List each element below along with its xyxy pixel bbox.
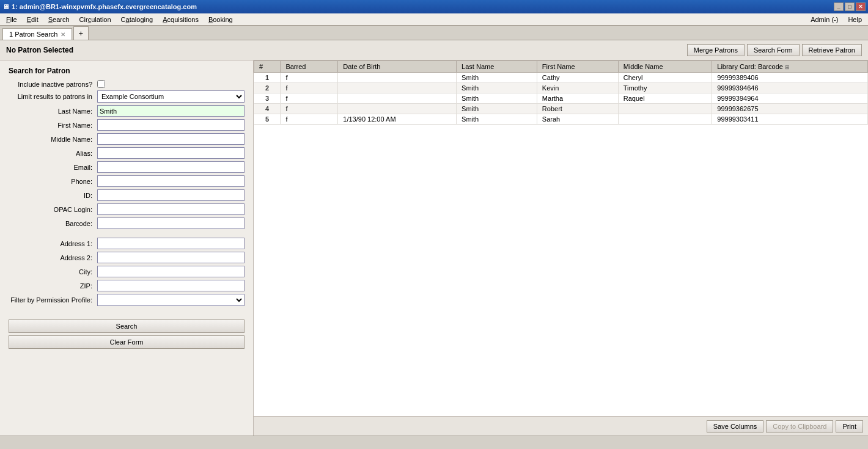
cell-last_name: Smith [457,93,537,104]
zip-input[interactable] [97,280,245,291]
menu-help[interactable]: Help [843,15,867,24]
cell-last_name: Smith [457,83,537,93]
col-header-last-name[interactable]: Last Name [457,61,537,73]
cell-num: 2 [254,83,281,93]
tab-add-button[interactable]: + [73,26,89,40]
opac-login-label: OPAC Login: [9,206,97,213]
limit-results-select[interactable]: Example Consortium [97,90,245,103]
copy-to-clipboard-button[interactable]: Copy to Clipboard [766,420,833,433]
address1-input[interactable] [97,238,245,249]
title-text: 1: admin@BR1-winxpvmfx.phasefx.evergreen… [12,3,197,10]
phone-label: Phone: [9,178,97,185]
menu-admin[interactable]: Admin (-) [806,15,843,24]
email-input[interactable] [97,161,245,173]
col-header-library-card[interactable]: Library Card: Barcode ⊞ [712,61,868,73]
results-panel: # Barred Date of Birth Last Name First N… [254,60,868,436]
phone-row: Phone: [9,175,245,187]
tab-close-icon[interactable]: ✕ [61,31,65,38]
menu-cataloging[interactable]: Cataloging [116,15,158,24]
close-button[interactable]: ✕ [856,2,866,11]
cell-library_card: 99999389406 [712,73,868,83]
main-area: No Patron Selected Merge Patrons Search … [0,40,868,436]
menu-file[interactable]: File [1,15,22,24]
tab-bar: 1 Patron Search ✕ + [0,26,868,40]
clear-form-button[interactable]: Clear Form [9,335,245,349]
last-name-input[interactable] [97,105,245,117]
cell-barred: f [281,73,338,83]
search-panel: Search for Patron Include inactive patro… [0,60,254,436]
first-name-input[interactable] [97,119,245,131]
cell-last_name: Smith [457,114,537,125]
city-input[interactable] [97,266,245,277]
cell-last_name: Smith [457,73,537,83]
cell-dob [338,93,457,104]
cell-barred: f [281,93,338,104]
include-inactive-row: Include inactive patrons? [9,80,245,88]
save-columns-button[interactable]: Save Columns [707,420,764,433]
header-buttons: Merge Patrons Search Form Retrieve Patro… [687,44,862,56]
cell-library_card: 99999362675 [712,104,868,114]
retrieve-patron-button[interactable]: Retrieve Patron [802,44,862,56]
address2-input[interactable] [97,252,245,263]
table-row[interactable]: 1fSmithCathyCheryl99999389406 [254,73,868,83]
email-label: Email: [9,164,97,171]
search-button[interactable]: Search [9,319,245,333]
city-row: City: [9,266,245,277]
search-form-button[interactable]: Search Form [747,44,800,56]
limit-results-label: Limit results to patrons in [9,93,97,100]
id-label: ID: [9,192,97,199]
results-table-area[interactable]: # Barred Date of Birth Last Name First N… [254,60,868,416]
address2-row: Address 2: [9,252,245,263]
table-row[interactable]: 4fSmithRobert99999362675 [254,104,868,114]
cell-barred: f [281,104,338,114]
email-row: Email: [9,161,245,173]
print-button[interactable]: Print [836,420,863,433]
merge-patrons-button[interactable]: Merge Patrons [687,44,745,56]
tab-patron-search[interactable]: 1 Patron Search ✕ [2,28,72,40]
title-bar-title: 🖥 1: admin@BR1-winxpvmfx.phasefx.evergre… [2,3,197,10]
permission-profile-select[interactable] [97,294,245,306]
cell-library_card: 99999394646 [712,83,868,93]
zip-row: ZIP: [9,280,245,291]
include-inactive-checkbox[interactable] [97,80,105,88]
barcode-row: Barcode: [9,217,245,229]
col-header-barred[interactable]: Barred [281,61,338,73]
opac-login-input[interactable] [97,203,245,215]
table-row[interactable]: 3fSmithMarthaRaquel99999394964 [254,93,868,104]
col-header-first-name[interactable]: First Name [537,61,618,73]
alias-label: Alias: [9,150,97,157]
app-icon: 🖥 [2,3,9,10]
table-row[interactable]: 5f1/13/90 12:00 AMSmithSarah99999303411 [254,114,868,125]
menu-edit[interactable]: Edit [22,15,43,24]
menu-booking[interactable]: Booking [204,15,238,24]
alias-input[interactable] [97,147,245,159]
cell-num: 4 [254,104,281,114]
middle-name-label: Middle Name: [9,136,97,143]
cell-barred: f [281,83,338,93]
phone-input[interactable] [97,175,245,187]
middle-name-row: Middle Name: [9,133,245,145]
content-area: Search for Patron Include inactive patro… [0,60,868,436]
table-row[interactable]: 2fSmithKevinTimothy99999394646 [254,83,868,93]
menu-circulation[interactable]: Circulation [75,15,116,24]
col-header-num[interactable]: # [254,61,281,73]
menu-acquisitions[interactable]: Acquisitions [158,15,204,24]
cell-num: 3 [254,93,281,104]
cell-middle_name: Cheryl [618,73,712,83]
cell-library_card: 99999394964 [712,93,868,104]
maximize-button[interactable]: □ [845,2,855,11]
address2-label: Address 2: [9,254,97,261]
tab-label: 1 Patron Search [9,31,58,38]
menu-search[interactable]: Search [43,15,75,24]
middle-name-input[interactable] [97,133,245,145]
col-header-middle-name[interactable]: Middle Name [618,61,712,73]
first-name-label: First Name: [9,122,97,129]
menu-bar: File Edit Search Circulation Cataloging … [0,13,868,26]
minimize-button[interactable]: _ [834,2,844,11]
zip-label: ZIP: [9,282,97,290]
cell-num: 1 [254,73,281,83]
barcode-input[interactable] [97,217,245,229]
search-form: Search for Patron Include inactive patro… [0,60,253,315]
col-header-dob[interactable]: Date of Birth [338,61,457,73]
id-input[interactable] [97,189,245,201]
